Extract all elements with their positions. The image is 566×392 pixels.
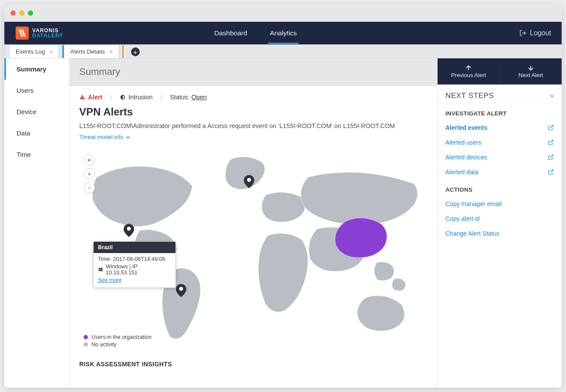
maximize-icon[interactable] xyxy=(28,10,33,16)
nav-analytics[interactable]: Analytics xyxy=(269,23,298,43)
svg-point-5 xyxy=(127,227,131,231)
tab-alerts-details[interactable]: Alerts Details × xyxy=(62,45,118,58)
app-window: VARONIS DATALERT Dashboard Analytics Log… xyxy=(4,4,562,388)
sidebar-item-users[interactable]: Users xyxy=(4,80,69,101)
mac-titlebar xyxy=(4,4,562,22)
map-zoom-out-button[interactable]: − xyxy=(84,182,95,193)
main-content: Summary Alert | Intrusion | Status: Open… xyxy=(70,58,437,388)
status-value[interactable]: Open xyxy=(191,94,206,101)
map-pin-icon[interactable] xyxy=(244,175,254,188)
right-panel: Previous Alert Next Alert NEXT STEPS » I… xyxy=(437,58,562,388)
alert-meta: Alert | Intrusion | Status: Open xyxy=(70,86,437,103)
shield-icon xyxy=(120,94,126,100)
tab-events-log[interactable]: Events Log × xyxy=(9,45,59,58)
alert-description: L155I-ROOT.COM\Administrator performed a… xyxy=(70,121,437,131)
copy-manager-email-link[interactable]: Copy manager email xyxy=(438,196,562,211)
alerted-devices-link[interactable]: Alerted devices xyxy=(438,150,562,165)
alert-heading: VPN Alerts xyxy=(70,103,437,121)
svg-rect-1 xyxy=(82,96,82,98)
svg-line-8 xyxy=(550,140,553,143)
brand: VARONIS DATALERT xyxy=(4,27,213,40)
svg-point-4 xyxy=(247,178,251,182)
intrusion-label: Intrusion xyxy=(120,94,153,101)
alert-badge: Alert xyxy=(79,94,102,101)
close-icon[interactable] xyxy=(10,10,16,16)
svg-line-9 xyxy=(550,155,553,158)
close-tab-icon[interactable]: × xyxy=(109,48,113,55)
map-pin-icon[interactable] xyxy=(124,224,134,237)
tab-label: Alerts Details xyxy=(70,48,105,55)
warning-icon xyxy=(79,94,85,100)
external-link-icon xyxy=(548,125,554,131)
map-reset-button[interactable]: ⌖ xyxy=(84,154,95,166)
add-tab-button[interactable]: + xyxy=(131,47,140,56)
external-link-icon xyxy=(548,154,554,160)
sidebar-item-summary[interactable]: Summary xyxy=(4,58,69,80)
status: Status: Open xyxy=(170,94,207,101)
next-steps-header: NEXT STEPS » xyxy=(438,84,562,103)
map-tooltip: Brazil Time: 2017-08-06T14:49:06 Windows… xyxy=(93,241,176,288)
map-zoom-in-button[interactable]: + xyxy=(84,168,95,179)
tab-bar: Events Log × Alerts Details × + xyxy=(4,44,562,58)
brand-logo-icon xyxy=(16,27,29,40)
investigate-heading: INVESTIGATE ALERT xyxy=(438,103,562,120)
chevron-right-icon[interactable]: » xyxy=(550,92,554,100)
legend-dot-gray xyxy=(84,342,88,347)
sidebar-item-data[interactable]: Data xyxy=(4,122,69,144)
chevron-down-icon xyxy=(126,135,130,139)
tab-collapsed[interactable] xyxy=(122,45,126,58)
world-map[interactable]: ⌖ + − xyxy=(79,150,428,350)
alerted-users-link[interactable]: Alerted users xyxy=(438,135,562,150)
page-title: Summary xyxy=(70,58,437,86)
logout-label: Logout xyxy=(530,29,551,37)
minimize-icon[interactable] xyxy=(19,10,24,16)
next-alert-button[interactable]: Next Alert xyxy=(500,58,562,84)
tooltip-os-ip: Windows | IP: 10.10.53.151 xyxy=(98,264,171,276)
change-alert-status-link[interactable]: Change Alert Status xyxy=(438,226,562,241)
side-nav: Summary Users Device Data Time xyxy=(4,58,70,388)
sidebar-item-time[interactable]: Time xyxy=(4,144,69,165)
alerted-events-link[interactable]: Alerted events xyxy=(438,120,562,135)
svg-line-10 xyxy=(550,170,553,172)
external-link-icon xyxy=(548,169,554,175)
tooltip-title: Brazil xyxy=(94,242,175,253)
logout-button[interactable]: Logout xyxy=(519,29,562,37)
arrow-up-icon xyxy=(465,65,472,71)
actions-heading: ACTIONS xyxy=(438,179,562,196)
arrow-down-icon xyxy=(527,65,534,71)
map-legend: Users in the organization No activity xyxy=(84,333,152,348)
close-tab-icon[interactable]: × xyxy=(50,48,54,55)
svg-point-6 xyxy=(179,287,183,291)
brand-text: VARONIS DATALERT xyxy=(32,28,63,38)
external-link-icon xyxy=(548,139,554,145)
top-nav: VARONIS DATALERT Dashboard Analytics Log… xyxy=(4,22,562,44)
threat-model-info-link[interactable]: Threat model info xyxy=(70,131,437,143)
previous-alert-button[interactable]: Previous Alert xyxy=(438,58,500,84)
tooltip-time: Time: 2017-08-06T14:49:06 xyxy=(98,256,171,262)
copy-alert-id-link[interactable]: Copy alert id xyxy=(438,211,562,226)
tab-label: Events Log xyxy=(16,48,45,55)
map-controls: ⌖ + − xyxy=(84,154,95,193)
nav-dashboard[interactable]: Dashboard xyxy=(213,23,248,43)
svg-rect-2 xyxy=(82,98,82,98)
risk-assessment-heading: RISK ASSESSMENT INSIGHTS xyxy=(70,355,437,369)
windows-icon xyxy=(98,267,103,272)
map-pin-icon[interactable] xyxy=(176,284,186,297)
sidebar-item-device[interactable]: Device xyxy=(4,101,69,122)
svg-line-7 xyxy=(550,125,553,128)
legend-dot-purple xyxy=(84,335,88,339)
alerted-data-link[interactable]: Alerted data xyxy=(438,165,562,179)
tooltip-see-more-link[interactable]: See more xyxy=(98,277,121,283)
logout-icon xyxy=(519,30,526,37)
